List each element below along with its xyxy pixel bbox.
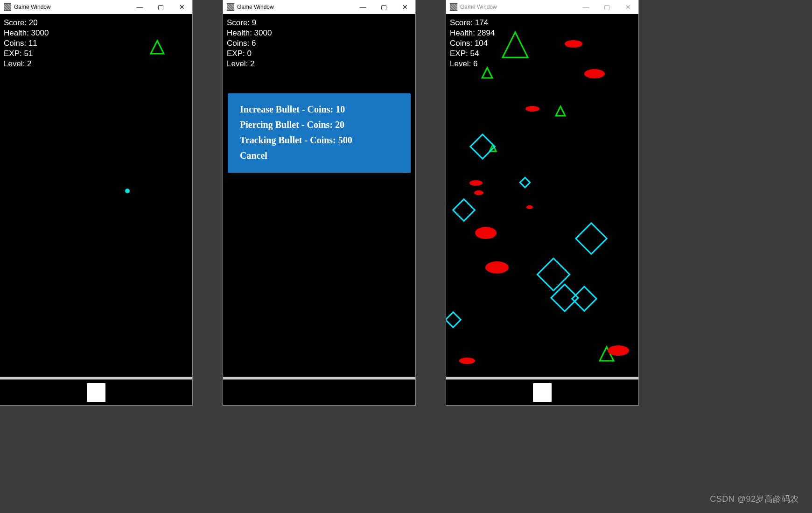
- svg-marker-2: [482, 68, 492, 78]
- game-window: Game Window—▢✕Score: 20Health: 3000Coins…: [0, 0, 192, 405]
- game-window: Game Window—▢✕Score: 9Health: 3000Coins:…: [223, 0, 415, 405]
- hud-coins: Coins: 11: [4, 38, 49, 49]
- player[interactable]: [87, 383, 105, 402]
- enemy-ellipse: [475, 227, 497, 239]
- enemy-ellipse: [459, 358, 475, 364]
- hud-health: Health: 3000: [227, 28, 272, 38]
- titlebar[interactable]: Game Window—▢✕: [446, 0, 638, 14]
- hud: Score: 20Health: 3000Coins: 11EXP: 51Lev…: [4, 18, 49, 69]
- game-canvas[interactable]: Score: 20Health: 3000Coins: 11EXP: 51Lev…: [0, 14, 192, 377]
- bottom-bar: [446, 379, 638, 405]
- minimize-button[interactable]: —: [575, 0, 596, 14]
- hud-health: Health: 3000: [4, 28, 49, 38]
- enemy-triangle: [501, 31, 529, 59]
- bottom-bar: [223, 379, 415, 405]
- maximize-button[interactable]: ▢: [373, 0, 394, 14]
- hud-score: Score: 9: [227, 18, 272, 28]
- hud: Score: 174Health: 2894Coins: 104EXP: 54L…: [450, 18, 495, 69]
- enemy-diamond: [571, 286, 598, 312]
- window-title: Game Window: [460, 4, 497, 10]
- titlebar[interactable]: Game Window—▢✕: [223, 0, 415, 14]
- hud-exp: EXP: 51: [4, 49, 49, 59]
- close-button[interactable]: ✕: [171, 0, 192, 14]
- hud-exp: EXP: 54: [450, 49, 495, 59]
- player[interactable]: [533, 383, 552, 402]
- minimize-button[interactable]: —: [129, 0, 150, 14]
- minimize-button[interactable]: —: [352, 0, 373, 14]
- hud-score: Score: 20: [4, 18, 49, 28]
- maximize-button[interactable]: ▢: [150, 0, 171, 14]
- enemy-ellipse: [469, 180, 483, 186]
- enemy-diamond: [452, 198, 476, 222]
- svg-marker-1: [503, 32, 528, 57]
- game-canvas[interactable]: Score: 174Health: 2894Coins: 104EXP: 54L…: [446, 14, 638, 377]
- watermark-text: CSDN @92岁高龄码农: [710, 493, 799, 505]
- enemy-diamond: [575, 222, 608, 255]
- svg-marker-3: [556, 106, 565, 116]
- enemy-diamond: [446, 311, 462, 329]
- game-canvas[interactable]: Score: 9Health: 3000Coins: 6EXP: 0Level:…: [223, 14, 415, 377]
- enemy-triangle: [481, 66, 494, 79]
- maximize-button[interactable]: ▢: [596, 0, 617, 14]
- svg-marker-0: [151, 41, 164, 54]
- enemy-ellipse: [584, 69, 605, 78]
- app-icon: [4, 3, 11, 11]
- window-title: Game Window: [14, 4, 51, 10]
- shop-menu: Increase Bullet - Coins: 10Piercing Bull…: [228, 93, 411, 173]
- app-icon: [227, 3, 234, 11]
- game-window: Game Window—▢✕Score: 174Health: 2894Coin…: [446, 0, 638, 405]
- hud-score: Score: 174: [450, 18, 495, 28]
- titlebar[interactable]: Game Window—▢✕: [0, 0, 192, 14]
- hud-level: Level: 2: [4, 59, 49, 69]
- hud: Score: 9Health: 3000Coins: 6EXP: 0Level:…: [227, 18, 272, 69]
- enemy-ellipse: [474, 190, 483, 195]
- shop-menu-item[interactable]: Tracking Bullet - Coins: 500: [240, 133, 399, 148]
- enemy-triangle: [554, 105, 567, 117]
- enemy-triangle: [149, 39, 165, 55]
- close-button[interactable]: ✕: [394, 0, 415, 14]
- hud-coins: Coins: 6: [227, 38, 272, 49]
- enemy-ellipse: [526, 205, 533, 209]
- enemy-diamond: [519, 176, 531, 188]
- close-button[interactable]: ✕: [617, 0, 638, 14]
- enemy-diamond: [469, 134, 496, 160]
- shop-menu-item[interactable]: Increase Bullet - Coins: 10: [240, 102, 399, 117]
- enemy-ellipse: [565, 40, 582, 48]
- shop-menu-item[interactable]: Piercing Bullet - Coins: 20: [240, 117, 399, 133]
- hud-coins: Coins: 104: [450, 38, 495, 49]
- bullet: [125, 189, 130, 193]
- enemy-ellipse: [608, 345, 629, 356]
- hud-health: Health: 2894: [450, 28, 495, 38]
- bottom-bar: [0, 379, 192, 405]
- hud-level: Level: 2: [227, 59, 272, 69]
- enemy-ellipse: [525, 106, 539, 112]
- app-icon: [450, 3, 457, 11]
- window-title: Game Window: [237, 4, 274, 10]
- enemy-ellipse: [485, 261, 509, 274]
- hud-exp: EXP: 0: [227, 49, 272, 59]
- shop-menu-item[interactable]: Cancel: [240, 148, 399, 163]
